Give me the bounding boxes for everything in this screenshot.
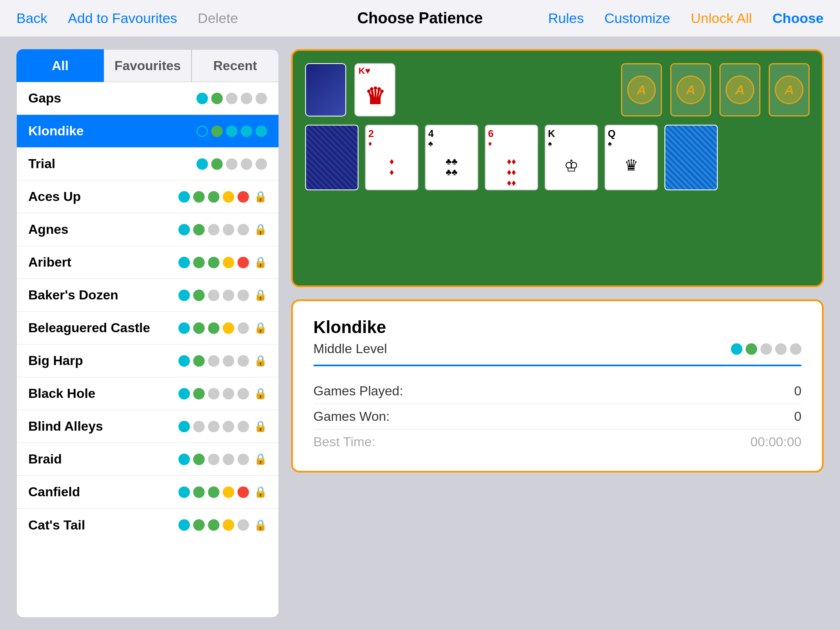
tabs: All Favourites Recent [16, 49, 279, 82]
game-name: Gaps [28, 91, 61, 106]
add-favourites-button[interactable]: Add to Favourites [68, 10, 177, 26]
dot [178, 257, 190, 268]
dot [237, 322, 249, 334]
difficulty-dots [196, 126, 267, 137]
dot [223, 257, 234, 268]
foundation-3: A [719, 63, 760, 116]
dot [237, 519, 249, 531]
tab-all[interactable]: All [16, 49, 104, 82]
main-content: All Favourites Recent GapsKlondikeTrialA… [0, 37, 840, 630]
game-item-black-hole[interactable]: Black Hole🔒 [17, 377, 278, 410]
dot [193, 290, 205, 301]
game-item-agnes[interactable]: Agnes🔒 [17, 213, 278, 246]
dot [241, 158, 252, 170]
dot [208, 486, 219, 498]
difficulty-dots [178, 257, 249, 268]
game-preview: K♥ ♛ A A A A 2 ♦ [291, 49, 824, 287]
game-item-cats-tail[interactable]: Cat's Tail🔒 [17, 509, 278, 541]
game-name: Klondike [28, 123, 84, 139]
dot [256, 126, 267, 137]
game-item-bakers-dozen[interactable]: Baker's Dozen🔒 [17, 279, 278, 312]
game-right: 🔒 [178, 190, 267, 203]
game-item-beleaguered-castle[interactable]: Beleaguered Castle🔒 [17, 312, 278, 345]
dot [211, 93, 223, 104]
dot [223, 519, 234, 531]
customize-button[interactable]: Customize [604, 10, 670, 26]
choose-button[interactable]: Choose [772, 10, 824, 26]
game-name: Beleaguered Castle [28, 320, 150, 336]
tab-favourites[interactable]: Favourites [104, 49, 191, 82]
difficulty-dots [196, 158, 267, 170]
foundation-2: A [670, 63, 711, 116]
game-item-canfield[interactable]: Canfield🔒 [17, 476, 278, 509]
game-name: Aces Up [28, 189, 81, 204]
dot [196, 158, 208, 170]
difficulty-dots [178, 421, 249, 432]
tab-recent[interactable]: Recent [192, 49, 279, 82]
back-button[interactable]: Back [16, 10, 48, 26]
dot [208, 388, 219, 399]
dot [208, 224, 219, 235]
dot [237, 290, 249, 301]
best-time-value: 00:00:00 [750, 434, 801, 450]
dot [178, 322, 190, 334]
difficulty-dots [178, 191, 249, 203]
nav-right: Rules Customize Unlock All Choose [548, 10, 824, 26]
dot [193, 257, 205, 268]
game-right: 🔒 [178, 486, 267, 498]
dot [237, 486, 249, 498]
rules-button[interactable]: Rules [548, 10, 584, 26]
delete-button[interactable]: Delete [198, 10, 238, 26]
game-item-aribert[interactable]: Aribert🔒 [17, 246, 278, 279]
difficulty-dots [178, 355, 249, 367]
game-item-big-harp[interactable]: Big Harp🔒 [17, 345, 278, 377]
dot [223, 322, 234, 334]
dot [237, 224, 249, 235]
dot [237, 355, 249, 367]
game-right: 🔒 [178, 453, 267, 466]
dot [208, 290, 219, 301]
dot [193, 355, 205, 367]
tableau-pile-5: K ♠ ♔ [545, 125, 598, 190]
lock-icon: 🔒 [254, 289, 267, 301]
dot [226, 126, 237, 137]
dot [211, 158, 223, 170]
difficulty-dots [178, 388, 249, 399]
game-item-klondike[interactable]: Klondike [17, 115, 278, 148]
dot [193, 486, 205, 498]
stats-level-label: Middle Level [313, 341, 387, 356]
right-panel: K♥ ♛ A A A A 2 ♦ [291, 49, 824, 618]
difficulty-dots [178, 454, 249, 465]
games-played-value: 0 [794, 383, 801, 399]
dot [208, 421, 219, 432]
lock-icon: 🔒 [254, 420, 267, 433]
dot [178, 519, 190, 531]
dot [208, 454, 219, 465]
game-right: 🔒 [178, 322, 267, 334]
game-item-blind-alleys[interactable]: Blind Alleys🔒 [17, 410, 278, 443]
game-right [196, 158, 267, 170]
game-name: Black Hole [28, 386, 96, 401]
dot [237, 421, 249, 432]
game-item-aces-up[interactable]: Aces Up🔒 [17, 180, 278, 213]
dot [178, 355, 190, 367]
dot [208, 355, 219, 367]
game-name: Braid [28, 452, 62, 467]
tableau: 2 ♦ ♦♦ 4 ♣ ♣♣♣♣ 6 [305, 125, 810, 190]
game-item-trial[interactable]: Trial [17, 148, 278, 180]
dot [208, 322, 219, 334]
game-name: Baker's Dozen [28, 288, 118, 303]
game-right: 🔒 [178, 519, 267, 532]
dot [178, 486, 190, 498]
card-face-king: K♥ ♛ [354, 63, 395, 116]
dot [223, 191, 234, 203]
unlock-all-button[interactable]: Unlock All [691, 10, 752, 26]
dot [256, 93, 267, 104]
game-item-gaps[interactable]: Gaps [17, 82, 278, 115]
lock-icon: 🔒 [254, 519, 267, 532]
dot [193, 519, 205, 531]
game-item-braid[interactable]: Braid🔒 [17, 443, 278, 476]
stats-level-row: Middle Level [313, 341, 801, 356]
dot [208, 257, 219, 268]
dot [178, 224, 190, 235]
